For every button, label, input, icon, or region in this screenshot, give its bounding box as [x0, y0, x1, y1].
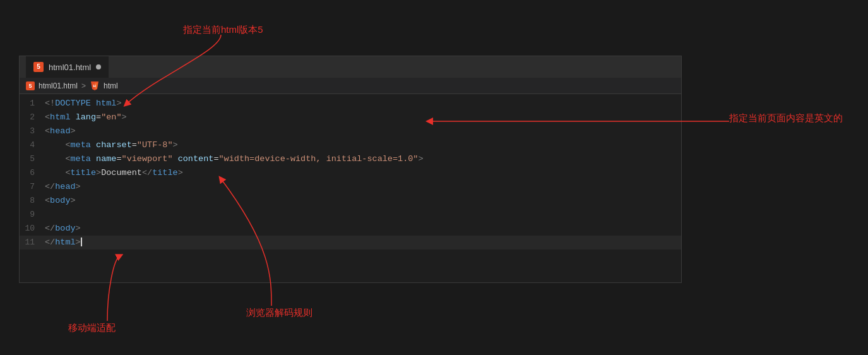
breadcrumb-separator: > [81, 81, 86, 90]
line-code-7: </head> [45, 180, 81, 194]
code-line-6: 6 <title>Document</title> [20, 166, 681, 180]
code-line-7: 7 </head> [20, 180, 681, 194]
code-line-5: 5 <meta name="viewport" content="width=d… [20, 152, 681, 166]
line-code-11: </html> [45, 236, 82, 250]
line-code-4: <meta charset="UTF-8"> [45, 138, 178, 152]
line-code-1: <!DOCTYPE html> [45, 97, 122, 111]
line-num-8: 8 [20, 194, 45, 208]
breadcrumb-html5-icon: 5 [26, 81, 35, 90]
line-num-6: 6 [20, 166, 45, 180]
breadcrumb-tag: html [104, 81, 118, 90]
html5-tab-icon: 5 [33, 62, 44, 72]
code-line-11: 11 </html> [20, 236, 681, 250]
code-content: 1 <!DOCTYPE html> 2 <html lang="en"> 3 <… [20, 94, 681, 250]
line-num-3: 3 [20, 124, 45, 138]
line-code-10: </body> [45, 222, 81, 236]
code-line-3: 3 <head> [20, 124, 681, 138]
line-num-11: 11 [20, 236, 45, 250]
code-line-2: 2 <html lang="en"> [20, 111, 681, 124]
annotation-mobile: 移动端适配 [68, 322, 116, 334]
line-code-3: <head> [45, 124, 76, 138]
line-code-6: <title>Document</title> [45, 166, 183, 180]
line-num-10: 10 [20, 222, 45, 236]
line-num-5: 5 [20, 152, 45, 166]
line-code-2: <html lang="en"> [45, 111, 127, 124]
annotation-viewport: 浏览器解码规则 [246, 307, 312, 319]
line-code-5: <meta name="viewport" content="width=dev… [45, 152, 424, 166]
line-num-7: 7 [20, 180, 45, 194]
tab-bar: 5 html01.html [20, 56, 681, 78]
svg-text:H: H [93, 84, 96, 88]
annotation-lang: 指定当前页面内容是英文的 [729, 112, 843, 124]
code-line-9: 9 [20, 208, 681, 222]
line-num-4: 4 [20, 138, 45, 152]
line-num-9: 9 [20, 208, 45, 222]
breadcrumb-filename: html01.html [39, 81, 78, 90]
line-num-1: 1 [20, 97, 45, 111]
tab-unsaved-dot [96, 64, 101, 69]
breadcrumb-html-icon: H [90, 81, 100, 91]
code-line-10: 10 </body> [20, 222, 681, 236]
code-line-4: 4 <meta charset="UTF-8"> [20, 138, 681, 152]
code-line-8: 8 <body> [20, 194, 681, 208]
line-num-2: 2 [20, 111, 45, 124]
code-line-1: 1 <!DOCTYPE html> [20, 97, 681, 111]
line-code-8: <body> [45, 194, 76, 208]
annotation-html-version: 指定当前html版本5 [183, 24, 263, 36]
tab-filename: html01.html [49, 63, 91, 72]
editor-tab[interactable]: 5 html01.html [26, 56, 109, 78]
breadcrumb: 5 html01.html > H html [20, 78, 681, 94]
code-editor: 5 html01.html 5 html01.html > H html 1 <… [19, 56, 682, 283]
